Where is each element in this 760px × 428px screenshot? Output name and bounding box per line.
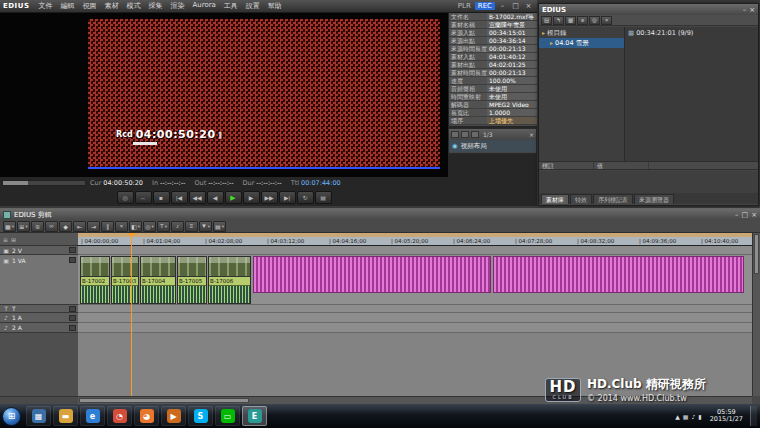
loop-icon[interactable]: ↻ xyxy=(297,191,314,204)
up-folder-icon[interactable]: ↰ xyxy=(553,16,564,25)
lane-2v[interactable] xyxy=(78,246,752,255)
export-button[interactable]: ▤ xyxy=(213,221,226,232)
volume-icon[interactable]: ♪ xyxy=(692,413,696,420)
timeline-maximize-icon[interactable]: □ xyxy=(742,211,749,219)
set-in-button[interactable]: ⇤ xyxy=(73,221,86,232)
track-panel-menu-icon[interactable]: ≡ xyxy=(3,236,8,243)
next-frame-icon[interactable]: ▶ xyxy=(243,191,260,204)
taskbar-internet-explorer[interactable]: e xyxy=(80,406,105,426)
lane-2a[interactable] xyxy=(78,323,752,333)
palette-tool-icon[interactable] xyxy=(461,131,469,138)
shuttle-icon[interactable]: ↔ xyxy=(135,191,152,204)
timeline-ruler[interactable]: 04:00:00;0004:01:04;0004:02:08;0004:03:1… xyxy=(78,233,752,246)
property-row[interactable]: 來源時間長度 00:00:21:13 xyxy=(449,45,537,53)
marker-button[interactable]: ▼ xyxy=(199,221,212,232)
menu-item[interactable]: 模式 xyxy=(122,1,144,11)
thumbnail-view-icon[interactable]: ▦ xyxy=(565,16,576,25)
delete-icon[interactable]: × xyxy=(601,16,612,25)
timeline-vscroll-thumb[interactable] xyxy=(754,234,759,274)
property-row[interactable]: 時間重映射 未使用 xyxy=(449,93,537,101)
property-row[interactable]: 素材名稱 宜蘭陳年雪景 xyxy=(449,21,537,29)
property-row[interactable]: 長寬比 1.0000 xyxy=(449,109,537,117)
timeline-titlebar[interactable]: EDIUS 剪輯 – □ × xyxy=(0,209,760,220)
property-row[interactable]: 來源出點 00:34:36:14 xyxy=(449,37,537,45)
taskbar-edius[interactable]: E xyxy=(242,406,267,426)
timeline-clip[interactable]: B-17006 xyxy=(208,256,251,304)
maximize-icon[interactable]: □ xyxy=(510,2,521,10)
bin-tab[interactable]: 來源瀏覽器 xyxy=(634,194,674,204)
title-button[interactable]: T xyxy=(157,221,170,232)
taskbar-chrome[interactable]: ◔ xyxy=(107,406,132,426)
property-row[interactable]: 素材出點 04:02:01:25 xyxy=(449,61,537,69)
palette-close-icon[interactable]: × xyxy=(529,131,534,138)
taskbar-skype[interactable]: S xyxy=(188,406,213,426)
track-header[interactable]: ♪ 2 A xyxy=(0,323,78,333)
voiceover-button[interactable]: ♪ xyxy=(171,221,184,232)
palette-tool-icon[interactable] xyxy=(451,131,459,138)
lane-1va[interactable]: B-17002 B-17003 xyxy=(78,255,752,305)
rec-mode-button[interactable]: REC xyxy=(475,2,495,10)
next-edit-icon[interactable]: ▶| xyxy=(279,191,296,204)
timeline-clip[interactable]: B-17002 xyxy=(80,256,110,304)
timeline-clip[interactable]: B-17003 xyxy=(111,256,139,304)
property-row[interactable]: 速度 100.00% xyxy=(449,77,537,85)
property-row[interactable]: 素材時間長度 00:00:21:13 xyxy=(449,69,537,77)
fast-forward-icon[interactable]: ▶▶ xyxy=(261,191,278,204)
hidden-icons-arrow[interactable]: ▲ xyxy=(675,413,680,420)
property-row[interactable]: 來源入點 00:34:15:01 xyxy=(449,29,537,37)
bin-tab[interactable]: 特效 xyxy=(570,194,592,204)
match-frame-button[interactable]: ◎ xyxy=(143,221,156,232)
jog-icon[interactable]: ◎ xyxy=(117,191,134,204)
prev-edit-icon[interactable]: |◀ xyxy=(171,191,188,204)
timeline-vertical-scrollbar[interactable] xyxy=(752,233,760,396)
start-button[interactable]: ⊞ xyxy=(2,407,21,426)
menu-item[interactable]: 幫助 xyxy=(264,1,286,11)
track-mute-button[interactable] xyxy=(69,315,76,321)
timeline-clip[interactable]: B-17004 xyxy=(140,256,176,304)
menu-item[interactable]: 視圖 xyxy=(78,1,100,11)
menu-item[interactable]: 工具 xyxy=(220,1,242,11)
add-cut-button[interactable]: ∥ xyxy=(101,221,114,232)
bin-tree-item[interactable]: ▸ 根目錄 xyxy=(539,28,624,38)
timeline-clip[interactable]: B-17005 xyxy=(177,256,207,304)
property-row[interactable]: 音頻聲相 未使用 xyxy=(449,85,537,93)
shuttle-thumb[interactable] xyxy=(3,181,28,185)
timeline-clip[interactable] xyxy=(493,256,744,293)
menu-item[interactable]: 渲染 xyxy=(166,1,188,11)
bin-clip-item[interactable]: ▦ 00:34:21:01 (9/9) xyxy=(625,28,758,38)
show-desktop-button[interactable] xyxy=(750,406,757,426)
play-icon[interactable]: ▶ xyxy=(225,191,242,204)
palette-tool-icon[interactable] xyxy=(471,131,479,138)
bin-tree-item[interactable]: ▸ 04.04 雪景 xyxy=(539,38,624,48)
playhead[interactable] xyxy=(131,233,132,396)
timeline-close-icon[interactable]: × xyxy=(751,211,757,219)
bin-close-icon[interactable]: × xyxy=(749,6,755,14)
taskbar-clock[interactable]: 05:59 2015/1/27 xyxy=(706,409,747,423)
taskbar-media-player[interactable]: ▶ xyxy=(161,406,186,426)
export-icon[interactable]: ▤ xyxy=(315,191,332,204)
ripple-mode-button[interactable]: ≋ xyxy=(31,221,44,232)
prev-frame-icon[interactable]: ◀ xyxy=(207,191,224,204)
menu-item[interactable]: 素材 xyxy=(100,1,122,11)
menu-item[interactable]: 設置 xyxy=(242,1,264,11)
timeline-minimize-icon[interactable]: – xyxy=(735,211,739,219)
track-header[interactable]: T T xyxy=(0,305,78,313)
eye-icon[interactable]: ◉ xyxy=(452,142,458,150)
list-view-icon[interactable]: ≡ xyxy=(577,16,588,25)
snap-button[interactable]: ◆ xyxy=(59,221,72,232)
track-mute-button[interactable] xyxy=(69,325,76,331)
taskbar-media-library[interactable]: ▦ xyxy=(26,406,51,426)
track-header[interactable]: ▣ 2 V xyxy=(0,246,78,255)
track-mute-button[interactable] xyxy=(69,247,76,253)
shuttle-scrollbar[interactable] xyxy=(2,180,86,186)
property-row[interactable]: 解碼器 MPEG2 Video xyxy=(449,101,537,109)
insert-overwrite-toggle[interactable]: ⊞ xyxy=(17,221,30,232)
track-header[interactable]: ♪ 1 A xyxy=(0,313,78,323)
lane-title[interactable] xyxy=(78,305,752,313)
menu-item[interactable]: 採集 xyxy=(144,1,166,11)
mixer-button[interactable]: ≡ xyxy=(185,221,198,232)
bin-tab[interactable]: 序列標記表 xyxy=(593,194,633,204)
video-frame[interactable]: Rcd 04:00:50:20 ‖ xyxy=(88,19,440,169)
battery-icon[interactable]: ▮ xyxy=(698,413,701,420)
close-icon[interactable]: × xyxy=(523,2,534,10)
